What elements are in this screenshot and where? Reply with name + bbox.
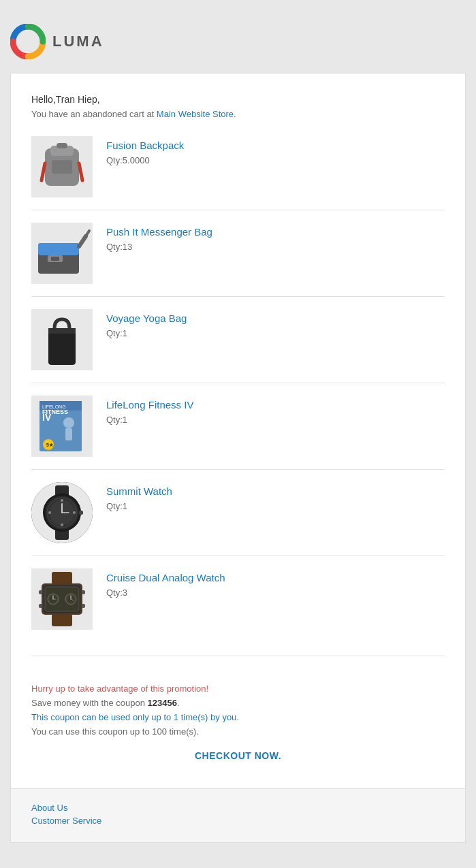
- promo-divider: [31, 656, 445, 656]
- fitness-svg: LIFELONG FITNESS IV 5★: [31, 396, 93, 457]
- svg-text:IV: IV: [42, 412, 52, 423]
- svg-text:5★: 5★: [46, 443, 54, 447]
- svg-rect-43: [52, 572, 72, 584]
- product-image-fusion-backpack: [31, 136, 93, 197]
- product-qty-cruise-watch: Qty:3: [106, 588, 127, 598]
- svg-rect-17: [48, 328, 76, 334]
- product-image-cruise-watch: [31, 568, 93, 630]
- backpack-svg: [31, 136, 93, 197]
- subtitle-text: You have an abandoned cart at Main Websi…: [31, 109, 445, 119]
- svg-rect-15: [51, 257, 59, 261]
- checkout-now-link[interactable]: CHECKOUT NOW.: [195, 750, 281, 761]
- email-header: LUMA: [10, 14, 466, 73]
- product-qty-summit-watch: Qty:1: [106, 501, 127, 511]
- footer-link-customer-service[interactable]: Customer Service: [31, 816, 445, 826]
- product-info-summit-watch: Summit Watch Qty:1: [106, 482, 445, 511]
- logo-container: LUMA: [10, 24, 104, 59]
- svg-rect-5: [52, 160, 72, 174]
- svg-rect-59: [82, 604, 85, 608]
- svg-rect-25: [65, 428, 72, 440]
- svg-rect-56: [39, 590, 42, 594]
- product-info-lifelong-fitness: LifeLong Fitness IV Qty:1: [106, 396, 445, 425]
- product-name-summit-watch[interactable]: Summit Watch: [106, 485, 445, 497]
- product-item-cruise-watch: Cruise Dual Analog Watch Qty:3: [31, 556, 445, 642]
- subtitle-end: .: [234, 109, 236, 119]
- product-item-messenger-bag: Push It Messenger Bag Qty:13: [31, 210, 445, 297]
- product-image-lifelong-fitness: LIFELONG FITNESS IV 5★: [31, 396, 93, 457]
- email-footer: About Us Customer Service: [10, 789, 466, 843]
- svg-rect-57: [82, 590, 85, 594]
- svg-rect-11: [38, 243, 79, 255]
- product-qty-fusion-backpack: Qty:5.0000: [106, 155, 150, 165]
- product-qty-lifelong-fitness: Qty:1: [106, 415, 127, 425]
- svg-point-37: [61, 524, 63, 526]
- product-item-lifelong-fitness: LIFELONG FITNESS IV 5★ LifeLong Fitness …: [31, 383, 445, 470]
- product-name-cruise-watch[interactable]: Cruise Dual Analog Watch: [106, 572, 445, 583]
- product-info-fusion-backpack: Fusion Backpack Qty:5.0000: [106, 136, 445, 165]
- svg-point-24: [63, 417, 74, 428]
- promo-line-hurry: Hurry up to take advantage of this promo…: [31, 684, 445, 694]
- product-item-summit-watch: Summit Watch Qty:1: [31, 470, 445, 556]
- product-info-messenger-bag: Push It Messenger Bag Qty:13: [106, 223, 445, 252]
- product-info-cruise-watch: Cruise Dual Analog Watch Qty:3: [106, 568, 445, 598]
- greeting-text: Hello,Tran Hiep,: [31, 94, 445, 105]
- svg-point-36: [73, 511, 76, 514]
- checkout-section: CHECKOUT NOW.: [31, 750, 445, 768]
- promo-line-coupon: Save money with the coupon 123456.: [31, 698, 445, 708]
- luma-logo-icon: [10, 24, 46, 59]
- product-name-messenger-bag[interactable]: Push It Messenger Bag: [106, 226, 445, 238]
- footer-link-about[interactable]: About Us: [31, 803, 445, 813]
- svg-point-38: [48, 511, 51, 514]
- email-body: Hello,Tran Hiep, You have an abandoned c…: [10, 73, 466, 789]
- product-image-messenger-bag: [31, 223, 93, 284]
- product-name-lifelong-fitness[interactable]: LifeLong Fitness IV: [106, 399, 445, 411]
- coupon-code: 123456: [148, 698, 177, 708]
- svg-rect-44: [52, 614, 72, 626]
- store-link[interactable]: Main Website Store: [157, 109, 234, 119]
- summit-svg: [31, 482, 93, 543]
- product-item-yoga-bag: Voyage Yoga Bag Qty:1: [31, 297, 445, 383]
- svg-rect-41: [79, 511, 83, 515]
- svg-point-35: [61, 499, 63, 502]
- product-name-yoga-bag[interactable]: Voyage Yoga Bag: [106, 312, 445, 324]
- product-qty-yoga-bag: Qty:1: [106, 328, 127, 338]
- product-item-fusion-backpack: Fusion Backpack Qty:5.0000: [31, 133, 445, 210]
- logo-text: LUMA: [52, 33, 104, 50]
- product-qty-messenger-bag: Qty:13: [106, 242, 132, 252]
- promo-line-limit: This coupon can be used only up to 1 tim…: [31, 712, 445, 722]
- subtitle-start: You have an abandoned cart at: [31, 109, 157, 119]
- svg-rect-58: [39, 604, 42, 608]
- svg-point-1: [19, 33, 37, 50]
- messenger-svg: [31, 223, 93, 284]
- promo-section: Hurry up to take advantage of this promo…: [31, 666, 445, 775]
- promo-line-total: You can use this coupon up to 100 time(s…: [31, 726, 445, 737]
- product-image-yoga-bag: [31, 309, 93, 370]
- svg-rect-8: [57, 143, 67, 148]
- product-info-yoga-bag: Voyage Yoga Bag Qty:1: [106, 309, 445, 338]
- yoga-svg: [31, 309, 93, 370]
- product-image-summit-watch: [31, 482, 93, 543]
- product-name-fusion-backpack[interactable]: Fusion Backpack: [106, 140, 445, 151]
- cruise-svg: [31, 568, 93, 630]
